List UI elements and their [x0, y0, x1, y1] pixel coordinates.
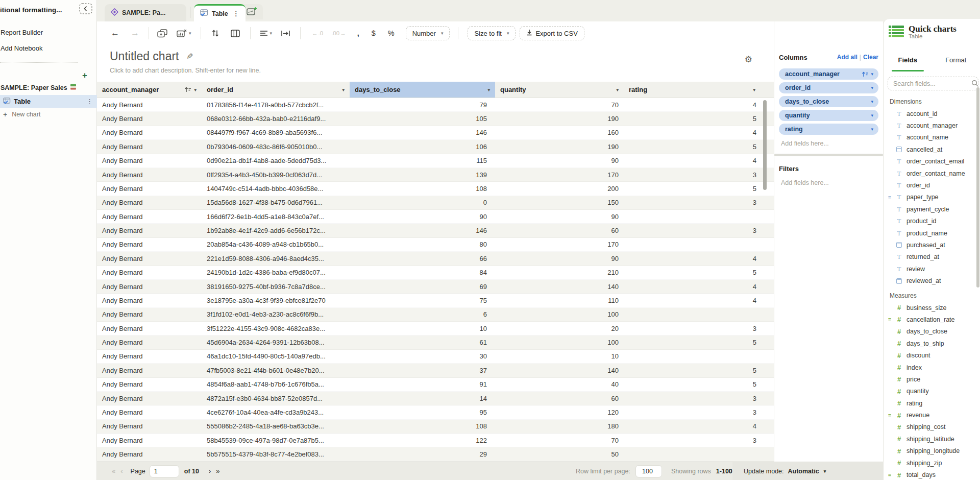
dimension-review[interactable]: Treview — [884, 263, 980, 275]
sidebar-dataset[interactable]: SAMPLE: Paper Sales — [1, 84, 77, 91]
edit-title-pencil-icon[interactable]: ✎ — [186, 52, 193, 61]
table-row[interactable]: Andy Bernard38191650-9275-40bf-b936-7c8a… — [97, 280, 774, 294]
fields-panel-scrollbar[interactable] — [976, 87, 979, 287]
table-row[interactable]: Andy Bernard45d6904a-2634-4264-9391-12b6… — [97, 335, 774, 349]
table-row[interactable]: Andy Bernard0ff29354-a4b3-450b-b399-0cf0… — [97, 168, 774, 182]
measure-revenue[interactable]: =#revenue — [884, 409, 980, 421]
chart-settings-gear-icon[interactable]: ⚙ — [745, 54, 752, 65]
add-chart-plus-button[interactable]: + — [82, 70, 87, 81]
text-align-icon[interactable]: ▾ — [260, 30, 273, 36]
chevron-down-icon[interactable]: ▾ — [871, 71, 873, 77]
redo-button[interactable]: → — [131, 28, 139, 38]
filters-add-fields-placeholder[interactable]: Add fields here... — [779, 177, 878, 189]
table-row[interactable]: Andy Bernard166d6f72-6e1b-4dd5-a1e8-843c… — [97, 210, 774, 224]
measure-quantity[interactable]: #quantity — [884, 386, 980, 397]
tab-dataset[interactable]: SAMPLE: Pa... — [105, 4, 186, 21]
measure-shipping_cost[interactable]: #shipping_cost — [884, 421, 980, 433]
dimension-returned_at[interactable]: Treturned_at — [884, 251, 980, 263]
column-header-order_id[interactable]: order_id▾ — [202, 82, 350, 98]
table-row[interactable]: Andy Bernard4854f6a8-aab1-4748-b7b6-1c67… — [97, 378, 774, 392]
dimension-product_id[interactable]: Tproduct_id — [884, 215, 980, 227]
dimension-paper_type[interactable]: =Tpaper_type — [884, 191, 980, 203]
dimension-order_contact_email[interactable]: Torder_contact_email — [884, 156, 980, 167]
last-page-button[interactable]: » — [213, 467, 222, 475]
next-page-button[interactable]: › — [206, 467, 213, 475]
measure-index[interactable]: #index — [884, 362, 980, 373]
table-row[interactable]: Andy Bernard4ce6276f-10a4-40ea-a4fe-cd3a… — [97, 405, 774, 419]
manage-columns-icon[interactable] — [231, 30, 240, 37]
measure-business_size[interactable]: #business_size — [884, 302, 980, 314]
measure-shipping_latitude[interactable]: #shipping_latitude — [884, 433, 980, 445]
percent-format-icon[interactable]: % — [388, 29, 395, 37]
update-mode-dropdown[interactable]: Automatic▾ — [788, 468, 826, 475]
column-header-quantity[interactable]: quantity▾ — [495, 82, 624, 98]
tab-fields[interactable]: Fields — [884, 48, 932, 71]
table-row[interactable]: Andy Bernard3e18795e-a30a-4c3f-9f39-ebfc… — [97, 294, 774, 307]
columns-panel-scrollbar[interactable] — [774, 154, 883, 156]
table-row[interactable]: Andy Bernard555086b2-2485-4a18-ae68-ba63… — [97, 420, 774, 434]
measure-days_to_ship[interactable]: #days_to_ship — [884, 338, 980, 349]
column-chip-order_id[interactable]: order_id▾ — [779, 82, 878, 93]
table-row[interactable]: Andy Bernard3f1fd102-e0d1-4eb3-a230-ac8c… — [97, 308, 774, 322]
measure-shipping_zip[interactable]: #shipping_zip — [884, 457, 980, 469]
chart-title[interactable]: Untitled chart — [110, 50, 179, 63]
dimension-cancelled_at[interactable]: cancelled_at — [884, 143, 980, 155]
table-row[interactable]: Andy Bernard1404749c-c514-4adb-bbbc-4036… — [97, 182, 774, 196]
search-fields-input[interactable] — [888, 77, 978, 90]
column-header-rating[interactable]: rating▾ — [624, 82, 761, 98]
dimension-reviewed_at[interactable]: reviewed_at — [884, 275, 980, 286]
dimension-account_id[interactable]: Taccount_id — [884, 108, 980, 119]
duplicate-chart-icon[interactable] — [157, 29, 167, 38]
chevron-down-icon[interactable]: ▾ — [342, 87, 345, 92]
measure-days_to_close[interactable]: #days_to_close — [884, 326, 980, 338]
chevron-down-icon[interactable]: ▾ — [871, 85, 873, 90]
sidebar-item-new-chart[interactable]: + New chart — [3, 110, 40, 118]
number-format-dropdown[interactable]: Number▾ — [406, 26, 450, 40]
table-row[interactable]: Andy Bernard4872a15f-e3b0-4634-bb87-52e0… — [97, 392, 774, 405]
tab-menu-icon[interactable]: ⋮ — [233, 10, 239, 17]
table-row[interactable]: Andy Bernard46a1dc10-15fd-4490-80c5-140a… — [97, 350, 774, 364]
table-row[interactable]: Andy Bernard3f51222e-4155-43c9-908c-4682… — [97, 322, 774, 335]
dimension-account_manager[interactable]: Taccount_manager — [884, 119, 980, 131]
export-csv-button[interactable]: Export to CSV — [520, 26, 584, 40]
table-row[interactable]: Andy Bernard5b575515-4379-4b3f-8c77-4e2b… — [97, 447, 774, 461]
undo-button[interactable]: ← — [111, 28, 119, 38]
chevron-down-icon[interactable]: ▾ — [871, 99, 873, 104]
measure-shipping_longitude[interactable]: #shipping_longitude — [884, 445, 980, 457]
dimension-order_id[interactable]: Torder_id — [884, 179, 980, 191]
table-row[interactable]: Andy Bernard20ab854a-c436-4089-a948-cb1b… — [97, 238, 774, 252]
dimension-purchased_at[interactable]: purchased_at — [884, 239, 980, 251]
column-chip-quantity[interactable]: quantity▾ — [779, 110, 878, 121]
text-wrap-icon[interactable] — [281, 30, 290, 37]
sort-rows-icon[interactable] — [211, 30, 219, 37]
measure-rating[interactable]: #rating — [884, 397, 980, 409]
table-row[interactable]: Andy Bernard24190b1d-1d2c-4386-baba-ef9d… — [97, 266, 774, 280]
chevron-down-icon[interactable]: ▾ — [194, 87, 197, 92]
table-row[interactable]: Andy Bernard068e0312-66bb-432a-bab0-e211… — [97, 112, 774, 126]
decrease-decimal-icon[interactable]: ←.0 — [312, 30, 323, 36]
clear-link[interactable]: Clear — [863, 54, 878, 61]
row-limit-input[interactable] — [635, 465, 662, 477]
chart-description-placeholder[interactable]: Click to add chart description. Shift-en… — [110, 67, 774, 74]
table-row[interactable]: Andy Bernard58b45539-09ce-497a-98d7-0e7a… — [97, 434, 774, 447]
dimension-payment_cycle[interactable]: Tpayment_cycle — [884, 203, 980, 215]
measure-total_days[interactable]: =#total_days — [884, 469, 980, 480]
page-number-input[interactable] — [150, 465, 179, 477]
add-all-link[interactable]: Add all — [837, 54, 857, 61]
currency-format-icon[interactable]: $ — [372, 29, 376, 37]
table-item-menu-icon[interactable]: ⋮ — [86, 98, 93, 105]
chevron-down-icon[interactable]: ▾ — [871, 127, 873, 132]
dimension-product_name[interactable]: Tproduct_name — [884, 227, 980, 239]
table-row[interactable]: Andy Bernard47fb5003-8e21-4f4b-b601-0e48… — [97, 364, 774, 377]
chevron-down-icon[interactable]: ▾ — [753, 87, 755, 92]
measure-discount[interactable]: #discount — [884, 349, 980, 361]
column-chip-rating[interactable]: rating▾ — [779, 124, 878, 135]
tab-table[interactable]: Table ⋮ — [194, 4, 246, 21]
dimension-order_contact_name[interactable]: Torder_contact_name — [884, 167, 980, 179]
sidebar-item-report-builder[interactable]: Report Builder — [1, 29, 43, 36]
dimension-account_name[interactable]: Taccount_name — [884, 132, 980, 143]
thousands-separator-icon[interactable]: , — [357, 29, 359, 37]
collapse-sidebar-icon[interactable] — [79, 3, 92, 14]
column-header-account_manager[interactable]: account_manager▾ — [97, 82, 202, 98]
measure-cancellation_rate[interactable]: =#cancellation_rate — [884, 314, 980, 325]
